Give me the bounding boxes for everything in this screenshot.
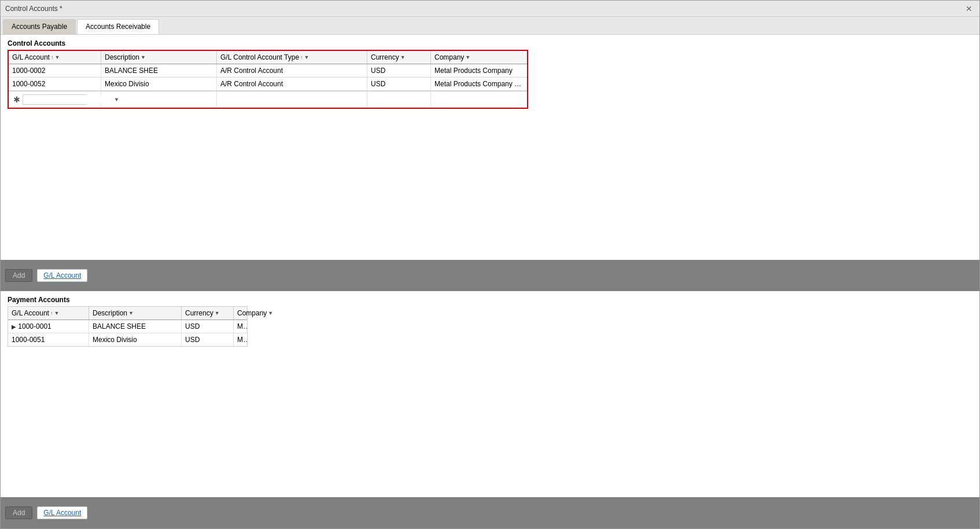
row-arrow-icon-1: ▶ <box>12 324 16 330</box>
bottom-bar-1: Add G/L Account <box>1 260 979 291</box>
window-title: Control Accounts * <box>5 5 62 13</box>
control-accounts-section: Control Accounts G/L Account ↑ ▼ Descrip… <box>1 35 979 113</box>
pay-cell-company-2: Metal Produ <box>234 333 247 346</box>
new-row-gl-account-input-container: ▼ <box>23 94 86 105</box>
col-header-description[interactable]: Description ▼ <box>101 51 217 64</box>
payment-accounts-grid-header: G/L Account ↑ ▼ Description ▼ Currency ▼… <box>8 307 247 320</box>
add-button-1[interactable]: Add <box>5 269 32 282</box>
pay-cell-currency-2: USD <box>182 333 234 346</box>
gl-account-link-1[interactable]: G/L Account <box>37 269 87 282</box>
table-row: 1000-0052 Mexico Divisio A/R Control Acc… <box>9 78 527 91</box>
col-header-currency[interactable]: Currency ▼ <box>367 51 431 64</box>
new-row-control-type-cell[interactable] <box>217 91 367 108</box>
tab-accounts-payable[interactable]: Accounts Payable <box>3 19 76 34</box>
pay-dropdown-icon-gl-account[interactable]: ▼ <box>54 310 59 316</box>
payment-accounts-section: Payment Accounts G/L Account ↑ ▼ Descrip… <box>1 291 979 351</box>
pay-cell-description-2: Mexico Divisio <box>89 333 182 346</box>
new-row-currency-cell[interactable] <box>367 91 431 108</box>
cell-currency-1: USD <box>367 64 431 77</box>
close-button[interactable]: ✕ <box>963 4 975 13</box>
dropdown-icon-gl-account[interactable]: ▼ <box>54 54 60 60</box>
table-row: 1000-0002 BALANCE SHEE A/R Control Accou… <box>9 64 527 78</box>
control-accounts-grid-header: G/L Account ↑ ▼ Description ▼ G/L Contro… <box>9 51 527 64</box>
payment-accounts-label: Payment Accounts <box>8 296 972 304</box>
pay-col-header-company[interactable]: Company ▼ <box>234 307 277 319</box>
new-row-description-cell[interactable] <box>101 91 217 108</box>
new-row-company-cell[interactable] <box>431 91 527 108</box>
cell-currency-2: USD <box>367 78 431 90</box>
cell-company-2: Metal Products Company Division 2 <box>431 78 527 90</box>
sort-icon-gl-control-type: ↑ <box>300 54 303 60</box>
dropdown-icon-description[interactable]: ▼ <box>141 54 146 60</box>
control-accounts-label: Control Accounts <box>8 39 972 47</box>
pay-cell-gl-account-2: 1000-0051 <box>8 333 89 346</box>
new-row-asterisk-cell: ✱ ▼ <box>9 91 101 108</box>
sort-icon-gl-account: ↑ <box>51 54 54 60</box>
asterisk-icon: ✱ <box>11 93 23 106</box>
cell-description-2: Mexico Divisio <box>101 78 217 90</box>
add-button-2[interactable]: Add <box>5 506 32 519</box>
col-header-gl-account[interactable]: G/L Account ↑ ▼ <box>9 51 101 64</box>
dropdown-icon-company[interactable]: ▼ <box>465 54 470 60</box>
payment-accounts-grid: G/L Account ↑ ▼ Description ▼ Currency ▼… <box>8 306 248 347</box>
table-row: ▶ 1000-0001 BALANCE SHEE USD Metal Produ <box>8 320 247 333</box>
bottom-bar-2: Add G/L Account <box>1 497 979 528</box>
tab-accounts-receivable[interactable]: Accounts Receivable <box>77 19 159 34</box>
cell-gl-account-2: 1000-0052 <box>9 78 101 90</box>
content-area: Control Accounts G/L Account ↑ ▼ Descrip… <box>1 35 979 528</box>
tab-bar: Accounts Payable Accounts Receivable <box>1 17 979 35</box>
col-header-company[interactable]: Company ▼ <box>431 51 527 64</box>
pay-cell-description-1: BALANCE SHEE <box>89 320 182 333</box>
title-bar: Control Accounts * ✕ <box>1 1 979 17</box>
cell-gl-control-type-2: A/R Control Account <box>217 78 367 90</box>
control-accounts-grid: G/L Account ↑ ▼ Description ▼ G/L Contro… <box>8 50 528 109</box>
pay-cell-company-1: Metal Produ <box>234 320 247 333</box>
col-header-gl-control-type[interactable]: G/L Control Account Type ↑ ▼ <box>217 51 367 64</box>
cell-description-1: BALANCE SHEE <box>101 64 217 77</box>
pay-col-header-currency[interactable]: Currency ▼ <box>182 307 234 319</box>
table-row: 1000-0051 Mexico Divisio USD Metal Produ <box>8 333 247 346</box>
new-row: ✱ ▼ <box>9 91 527 108</box>
pay-dropdown-icon-company[interactable]: ▼ <box>268 310 273 316</box>
dropdown-icon-currency[interactable]: ▼ <box>400 54 406 60</box>
cell-company-1: Metal Products Company <box>431 64 527 77</box>
cell-gl-account-1: 1000-0002 <box>9 64 101 77</box>
pay-cell-gl-account-1: ▶ 1000-0001 <box>8 320 89 333</box>
pay-col-header-description[interactable]: Description ▼ <box>89 307 182 319</box>
new-row-gl-account-input[interactable] <box>23 95 112 104</box>
pay-col-header-gl-account[interactable]: G/L Account ↑ ▼ <box>8 307 89 319</box>
pay-dropdown-icon-description[interactable]: ▼ <box>128 310 134 316</box>
pay-dropdown-icon-currency[interactable]: ▼ <box>215 310 220 316</box>
dropdown-icon-gl-control-type[interactable]: ▼ <box>304 54 310 60</box>
gl-account-link-2[interactable]: G/L Account <box>37 506 87 519</box>
cell-gl-control-type-1: A/R Control Account <box>217 64 367 77</box>
main-window: Control Accounts * ✕ Accounts Payable Ac… <box>0 0 980 529</box>
pay-sort-icon-gl-account: ↑ <box>50 310 53 316</box>
pay-cell-currency-1: USD <box>182 320 234 333</box>
